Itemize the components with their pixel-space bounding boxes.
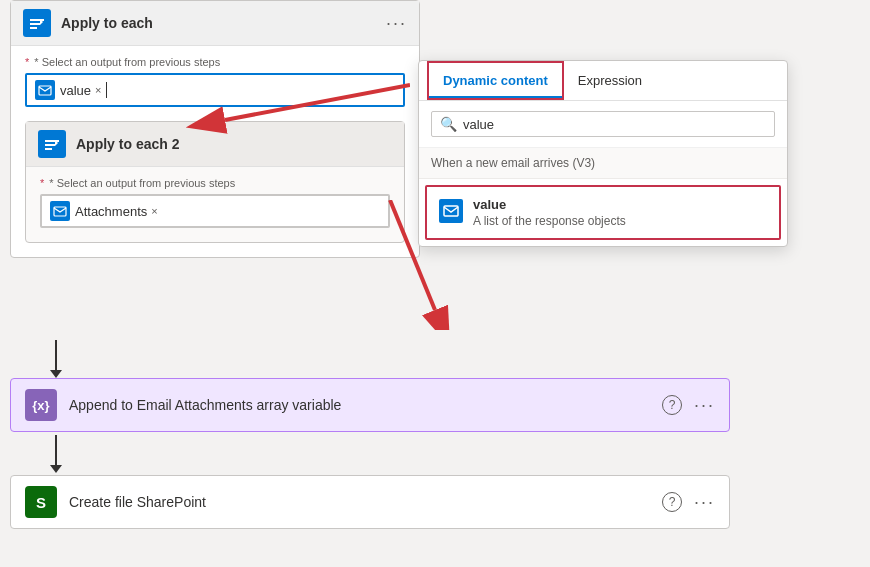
outer-card-icon [23,9,51,37]
append-title: Append to Email Attachments array variab… [69,397,662,413]
create-file-card-wrapper: S Create file SharePoint ? ··· [10,475,730,529]
cursor [106,82,107,98]
svg-rect-7 [45,148,52,150]
append-card: {x} Append to Email Attachments array va… [10,378,730,432]
inner-card-title: Apply to each 2 [76,136,392,152]
search-icon: 🔍 [440,116,457,132]
append-card-wrapper: {x} Append to Email Attachments array va… [10,378,730,432]
email-small-icon [38,83,52,97]
svg-rect-2 [30,27,37,29]
append-icon-label: {x} [32,398,49,413]
append-icon: {x} [25,389,57,421]
connector-arrow-2 [50,465,62,473]
result-item-value[interactable]: value A list of the response objects [425,185,781,240]
tab-expression[interactable]: Expression [564,61,656,100]
inner-tag-icon [50,201,70,221]
create-file-dots[interactable]: ··· [694,492,715,513]
panel-search-area: 🔍 value [419,101,787,148]
section-header: When a new email arrives (V3) [419,148,787,179]
inner-tag-text: Attachments [75,204,147,219]
main-container: Apply to each ··· * * Select an output f… [0,0,870,567]
append-help[interactable]: ? [662,395,682,415]
result-desc: A list of the response objects [473,214,626,228]
loop-icon-2 [44,136,60,152]
inner-tag-remove[interactable]: × [151,205,157,217]
svg-rect-5 [45,140,59,142]
required-star: * [25,56,29,68]
tab-dynamic-content[interactable]: Dynamic content [427,61,564,100]
outer-card-title: Apply to each [61,15,386,31]
svg-rect-0 [30,19,44,21]
create-file-help[interactable]: ? [662,492,682,512]
create-file-action-right: ? ··· [662,492,715,513]
svg-rect-1 [30,23,40,25]
inner-card-icon [38,130,66,158]
inner-required-star: * [40,177,44,189]
outer-field-label: * * Select an output from previous steps [25,56,405,68]
connector-line-2 [55,435,57,465]
loop-icon [29,15,45,31]
connector-1 [50,340,62,378]
inner-card-content: * * Select an output from previous steps… [26,167,404,242]
outer-card-content: * * Select an output from previous steps… [11,46,419,257]
svg-rect-6 [45,144,55,146]
create-file-title: Create file SharePoint [69,494,662,510]
create-file-card: S Create file SharePoint ? ··· [10,475,730,529]
outer-input-field[interactable]: value × [25,73,405,107]
create-file-icon-label: S [36,494,46,511]
dynamic-content-panel: Dynamic content Expression 🔍 value When … [418,60,788,247]
apply-to-each-outer-card: Apply to each ··· * * Select an output f… [10,0,420,258]
result-text-block: value A list of the response objects [473,197,626,228]
append-dots[interactable]: ··· [694,395,715,416]
result-item-icon [439,199,463,223]
tag-text: value [60,83,91,98]
connector-line-1 [55,340,57,370]
tag-remove[interactable]: × [95,84,101,96]
append-action-right: ? ··· [662,395,715,416]
outer-card-header: Apply to each ··· [11,1,419,46]
search-value[interactable]: value [463,117,494,132]
svg-rect-10 [444,206,458,216]
tag-icon [35,80,55,100]
connector-arrow-1 [50,370,62,378]
connector-2 [50,435,62,473]
outer-card-dots[interactable]: ··· [386,13,407,34]
result-name: value [473,197,626,212]
create-file-icon: S [25,486,57,518]
apply-to-each-2-card: Apply to each 2 * * Select an output fro… [25,121,405,243]
search-box[interactable]: 🔍 value [431,111,775,137]
email-result-icon [443,203,459,219]
email-small-icon-2 [53,204,67,218]
inner-card-header: Apply to each 2 [26,122,404,167]
inner-field-label: * * Select an output from previous steps [40,177,390,189]
inner-input-field[interactable]: Attachments × [40,194,390,228]
panel-tabs: Dynamic content Expression [419,61,787,101]
